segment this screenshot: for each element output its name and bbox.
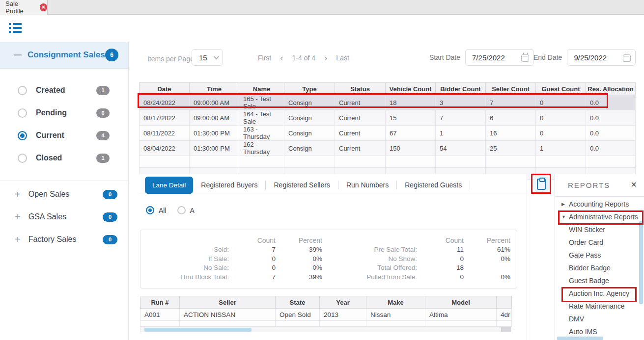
expand-icon[interactable]: + — [15, 189, 21, 200]
prev-page-icon[interactable]: ‹ — [280, 54, 283, 61]
tab-title: Sale Profile — [5, 0, 36, 15]
col-year[interactable]: Year — [320, 296, 366, 309]
start-date-input[interactable]: 7/25/2022 — [465, 49, 534, 66]
col-model[interactable]: Model — [425, 296, 497, 309]
col-name[interactable]: Name — [239, 83, 284, 95]
tab-sale-profile[interactable]: Sale Profile ✕ — [0, 0, 48, 15]
consignment-sales-label: Consignment Sales — [28, 50, 105, 60]
reports-hscrollbar-thumb[interactable] — [557, 337, 603, 340]
hscrollbar-end[interactable] — [501, 327, 511, 332]
detail-tabs: Lane Detail Registered Buyers Registered… — [138, 174, 527, 196]
factory-sales-count-badge: 0 — [103, 235, 117, 244]
sidebar-item-current[interactable]: Current 4 — [18, 128, 113, 143]
calendar-icon[interactable] — [521, 54, 529, 62]
col-res-allocation[interactable]: Res. Allocation — [586, 83, 636, 95]
reports-clipboard-button[interactable] — [532, 175, 551, 193]
last-page-button[interactable]: Last — [336, 54, 349, 62]
table-row[interactable]: A001ACTION NISSANOpen Sold2013NissanAlti… — [140, 309, 512, 321]
closed-label: Closed — [36, 154, 62, 162]
created-radio[interactable] — [18, 86, 27, 95]
report-item-accounting-reports[interactable]: ▶ Accounting Reports — [555, 198, 644, 210]
filter-all[interactable]: All — [146, 206, 167, 214]
pending-radio[interactable] — [18, 108, 27, 118]
report-item-win-sticker[interactable]: WIN Sticker — [555, 223, 644, 236]
all-radio[interactable] — [146, 206, 154, 214]
report-item-dmv[interactable]: DMV — [555, 313, 644, 325]
a-radio[interactable] — [177, 206, 186, 214]
items-per-page-select[interactable]: 15 — [192, 49, 223, 66]
gsa-sales-count-badge: 0 — [103, 212, 117, 222]
end-date-input[interactable]: 9/25/2022 — [567, 49, 636, 66]
tab-lane-detail[interactable]: Lane Detail — [145, 177, 193, 194]
col-seller[interactable]: Seller — [180, 296, 276, 309]
report-item-administrative-reports[interactable]: ▼ Administrative Reports — [555, 210, 644, 223]
open-sales-label: Open Sales — [28, 190, 70, 199]
a-label: A — [190, 207, 195, 214]
closed-radio[interactable] — [18, 154, 27, 163]
report-item-order-card[interactable]: Order Card — [555, 236, 644, 249]
filter-a[interactable]: A — [177, 206, 195, 214]
table-row[interactable]: 08/24/202209:00:00 AM165 - Test SaleCons… — [140, 95, 636, 110]
tab-registered-buyers[interactable]: Registered Buyers — [193, 181, 265, 189]
sidebar-item-open-sales[interactable]: + Open Sales 0 — [15, 187, 117, 201]
sales-table-header: Date Time Name Type Status Vehicle Count… — [140, 83, 636, 95]
current-label: Current — [36, 131, 64, 140]
col-extra[interactable] — [497, 296, 512, 309]
first-page-button[interactable]: First — [258, 54, 271, 62]
table-row[interactable]: 08/04/202201:30:00 PM162 - ThursdayConsi… — [140, 141, 636, 156]
tab-separator — [470, 181, 470, 189]
report-item-guest-badge[interactable]: Guest Badge — [555, 274, 644, 287]
sidebar-item-gsa-sales[interactable]: + GSA Sales 0 — [15, 210, 117, 224]
menu-icon[interactable] — [9, 23, 22, 35]
sidebar: — Consignment Sales 6 Created 1 Pending … — [0, 42, 129, 340]
runs-table-header: Run # Seller State Year Make Model — [140, 296, 512, 309]
col-make[interactable]: Make — [366, 296, 425, 309]
sidebar-item-consignment-sales[interactable]: — Consignment Sales 6 — [0, 42, 128, 69]
table-row[interactable]: 08/17/202209:00:00 AM164 - Test SaleCons… — [140, 110, 636, 126]
sidebar-item-factory-sales[interactable]: + Factory Sales 0 — [15, 233, 117, 246]
factory-sales-label: Factory Sales — [28, 235, 77, 244]
table-row[interactable]: 08/11/202201:30:00 PM163 - ThursdayConsi… — [140, 126, 636, 141]
report-item-gate-pass[interactable]: Gate Pass — [555, 249, 644, 262]
expanded-arrow-icon[interactable]: ▼ — [561, 214, 566, 219]
close-icon[interactable]: ✕ — [631, 180, 637, 189]
report-label: Rate Maintenance — [569, 302, 625, 310]
tab-registered-guests[interactable]: Registered Guests — [397, 181, 470, 189]
tab-run-numbers[interactable]: Run Numbers — [338, 181, 396, 189]
pagination: First ‹ 1-4 of 4 › Last — [258, 54, 349, 62]
col-seller-count[interactable]: Seller Count — [486, 83, 536, 95]
sidebar-item-created[interactable]: Created 1 — [18, 83, 113, 98]
col-vehicle-count[interactable]: Vehicle Count — [386, 83, 436, 95]
sidebar-item-closed[interactable]: Closed 1 — [18, 151, 113, 165]
reports-panel: REPORTS ✕ ▶ Accounting Reports ▼ Adminis… — [555, 174, 644, 340]
collapsed-arrow-icon[interactable]: ▶ — [561, 202, 565, 207]
current-radio[interactable] — [18, 131, 27, 140]
count-header: Count — [229, 236, 276, 244]
col-run-number[interactable]: Run # — [140, 296, 180, 309]
col-status[interactable]: Status — [335, 83, 386, 95]
clipboard-icon — [537, 179, 546, 190]
col-state[interactable]: State — [276, 296, 320, 309]
runs-table-hscrollbar[interactable] — [140, 327, 511, 332]
calendar-icon[interactable] — [623, 54, 631, 62]
reports-vscrollbar-thumb[interactable] — [639, 221, 643, 304]
lane-stats-card: CountPercent Sold:739% If Sale:00% No Sa… — [140, 230, 517, 288]
col-time[interactable]: Time — [190, 83, 239, 95]
start-date-value: 7/25/2022 — [472, 53, 505, 62]
report-label: Guest Badge — [569, 277, 609, 285]
col-type[interactable]: Type — [284, 83, 335, 95]
col-guest-count[interactable]: Guest Count — [536, 83, 586, 95]
sidebar-item-pending[interactable]: Pending 0 — [18, 105, 113, 120]
collapse-icon[interactable]: — — [14, 51, 22, 59]
next-page-icon[interactable]: › — [324, 54, 327, 61]
report-item-rate-maintenance[interactable]: Rate Maintenance — [555, 300, 644, 313]
expand-icon[interactable]: + — [15, 211, 21, 223]
report-item-auction-inc-agency[interactable]: Auction Inc. Agency — [555, 287, 644, 300]
tab-close-icon[interactable]: ✕ — [40, 3, 47, 11]
col-bidder-count[interactable]: Bidder Count — [436, 83, 486, 95]
report-item-bidder-badge[interactable]: Bidder Badge — [555, 262, 644, 274]
expand-icon[interactable]: + — [15, 234, 21, 245]
tab-registered-sellers[interactable]: Registered Sellers — [266, 181, 337, 189]
col-date[interactable]: Date — [140, 83, 190, 95]
hscrollbar-thumb[interactable] — [144, 328, 252, 332]
